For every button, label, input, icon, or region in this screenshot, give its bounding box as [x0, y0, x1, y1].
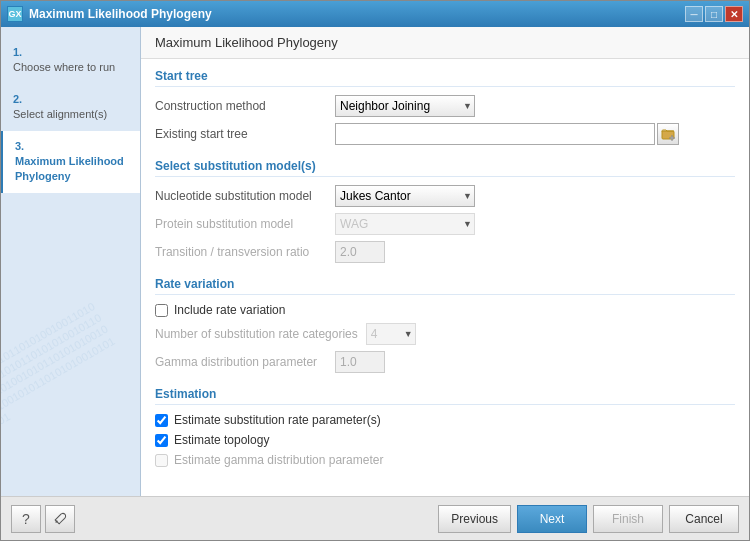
substitution-rate-categories-row: Number of substitution rate categories 4… — [155, 323, 735, 345]
estimate-topology-checkbox[interactable] — [155, 434, 168, 447]
previous-button[interactable]: Previous — [438, 505, 511, 533]
maximize-button[interactable]: □ — [705, 6, 723, 22]
next-button[interactable]: Next — [517, 505, 587, 533]
substitution-rate-categories-select: 4 2 8 — [366, 323, 416, 345]
bottom-bar: ? Previous Next Finish Cancel — [1, 496, 749, 540]
right-panel: Maximum Likelihood Phylogeny Start tree … — [141, 27, 749, 496]
substitution-rate-categories-label: Number of substitution rate categories — [155, 327, 366, 341]
existing-start-tree-row: Existing start tree — [155, 123, 735, 145]
settings-button[interactable] — [45, 505, 75, 533]
estimate-gamma-row: Estimate gamma distribution parameter — [155, 453, 735, 467]
include-rate-variation-checkbox[interactable] — [155, 304, 168, 317]
section-title-start-tree: Start tree — [155, 69, 735, 87]
section-start-tree: Start tree Construction method Neighbor … — [155, 69, 735, 145]
bottom-left-buttons: ? — [11, 505, 438, 533]
gamma-distribution-label: Gamma distribution parameter — [155, 355, 335, 369]
panel-title: Maximum Likelihood Phylogeny — [141, 27, 749, 59]
section-title-rate-variation: Rate variation — [155, 277, 735, 295]
window-title: Maximum Likelihood Phylogeny — [29, 7, 685, 21]
sidebar-item-alignment[interactable]: 2. Select alignment(s) — [1, 84, 140, 131]
transition-ratio-row: Transition / transversion ratio — [155, 241, 735, 263]
construction-method-select-wrapper: Neighbor Joining BioNJ Random ▼ — [335, 95, 475, 117]
include-rate-variation-label[interactable]: Include rate variation — [174, 303, 285, 317]
main-content: 1. Choose where to run 2. Select alignme… — [1, 27, 749, 496]
folder-icon — [661, 127, 675, 141]
help-button[interactable]: ? — [11, 505, 41, 533]
protein-substitution-row: Protein substitution model WAG JTT LG ▼ — [155, 213, 735, 235]
gamma-distribution-row: Gamma distribution parameter — [155, 351, 735, 373]
estimate-substitution-rate-label[interactable]: Estimate substitution rate parameter(s) — [174, 413, 381, 427]
construction-method-row: Construction method Neighbor Joining Bio… — [155, 95, 735, 117]
sidebar-item-phylogeny[interactable]: 3. Maximum Likelihood Phylogeny — [1, 131, 140, 193]
minimize-button[interactable]: ─ — [685, 6, 703, 22]
transition-ratio-label: Transition / transversion ratio — [155, 245, 335, 259]
existing-start-tree-input[interactable] — [335, 123, 655, 145]
existing-start-tree-label: Existing start tree — [155, 127, 335, 141]
finish-button[interactable]: Finish — [593, 505, 663, 533]
browse-button[interactable] — [657, 123, 679, 145]
protein-substitution-label: Protein substitution model — [155, 217, 335, 231]
include-rate-variation-row: Include rate variation — [155, 303, 735, 317]
section-substitution-model: Select substitution model(s) Nucleotide … — [155, 159, 735, 263]
title-bar: GX Maximum Likelihood Phylogeny ─ □ ✕ — [1, 1, 749, 27]
nucleotide-substitution-select[interactable]: Jukes Cantor HKY GTR — [335, 185, 475, 207]
close-button[interactable]: ✕ — [725, 6, 743, 22]
panel-body: Start tree Construction method Neighbor … — [141, 59, 749, 496]
existing-start-tree-input-wrapper — [335, 123, 679, 145]
protein-substitution-select: WAG JTT LG — [335, 213, 475, 235]
estimate-topology-row: Estimate topology — [155, 433, 735, 447]
estimate-topology-label[interactable]: Estimate topology — [174, 433, 269, 447]
nucleotide-substitution-select-wrapper: Jukes Cantor HKY GTR ▼ — [335, 185, 475, 207]
estimate-substitution-rate-checkbox[interactable] — [155, 414, 168, 427]
bottom-right-buttons: Previous Next Finish Cancel — [438, 505, 739, 533]
construction-method-select[interactable]: Neighbor Joining BioNJ Random — [335, 95, 475, 117]
gamma-distribution-input — [335, 351, 385, 373]
sidebar: 1. Choose where to run 2. Select alignme… — [1, 27, 141, 496]
transition-ratio-input — [335, 241, 385, 263]
nucleotide-substitution-label: Nucleotide substitution model — [155, 189, 335, 203]
window-controls: ─ □ ✕ — [685, 6, 743, 22]
sidebar-item-choose[interactable]: 1. Choose where to run — [1, 37, 140, 84]
wrench-icon — [53, 512, 67, 526]
estimate-substitution-rate-row: Estimate substitution rate parameter(s) — [155, 413, 735, 427]
substitution-rate-categories-select-wrapper: 4 2 8 ▼ — [366, 323, 416, 345]
cancel-button[interactable]: Cancel — [669, 505, 739, 533]
section-title-estimation: Estimation — [155, 387, 735, 405]
nucleotide-substitution-row: Nucleotide substitution model Jukes Cant… — [155, 185, 735, 207]
estimate-gamma-label: Estimate gamma distribution parameter — [174, 453, 383, 467]
section-estimation: Estimation Estimate substitution rate pa… — [155, 387, 735, 467]
section-rate-variation: Rate variation Include rate variation Nu… — [155, 277, 735, 373]
watermark: 0101001011010100100110101010010101101010… — [1, 299, 141, 496]
estimate-gamma-checkbox — [155, 454, 168, 467]
construction-method-label: Construction method — [155, 99, 335, 113]
section-title-substitution: Select substitution model(s) — [155, 159, 735, 177]
main-window: GX Maximum Likelihood Phylogeny ─ □ ✕ 1.… — [0, 0, 750, 541]
protein-substitution-select-wrapper: WAG JTT LG ▼ — [335, 213, 475, 235]
app-icon: GX — [7, 6, 23, 22]
